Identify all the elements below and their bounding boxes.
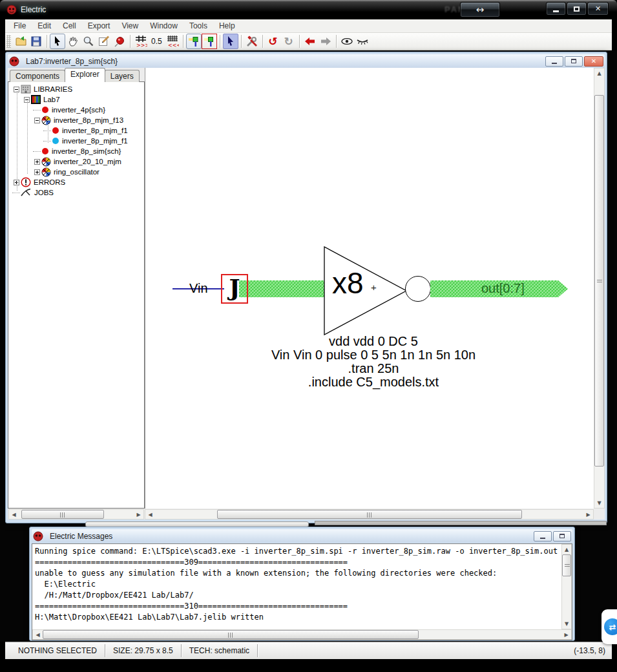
teamviewer-panel-icon[interactable]: ⇄: [601, 609, 617, 644]
scrollbar-thumb[interactable]: [217, 510, 522, 519]
forward-button[interactable]: [318, 34, 333, 49]
main-titlebar[interactable]: Electric PANDORA ↔ ✕: [0, 0, 617, 19]
preferences-button[interactable]: [244, 34, 260, 49]
panel-horizontal-scrollbar[interactable]: ◀ ▶: [8, 509, 144, 520]
tree-item-inverter-8p-mjm-f1[interactable]: inverter_8p_mjm_f1: [8, 136, 144, 146]
canvas-vertical-scrollbar[interactable]: ▲ ▼: [594, 68, 605, 509]
scroll-right-icon[interactable]: ▶: [134, 510, 143, 519]
menu-file[interactable]: File: [8, 20, 32, 32]
back-button[interactable]: [302, 34, 318, 49]
output-net-label[interactable]: out[0:7]: [481, 281, 525, 296]
grid-spacing-value: 0.5: [149, 34, 165, 49]
console-horizontal-scrollbar[interactable]: ◀ ▶: [32, 629, 572, 640]
frame-restore-button[interactable]: [565, 56, 583, 67]
pin-button[interactable]: [112, 34, 127, 49]
scrollbar-thumb[interactable]: [43, 630, 419, 639]
tree-item-inverter-20-10-mjm[interactable]: inverter_20_10_mjm: [8, 156, 144, 167]
console-line: ================================310=====…: [35, 601, 561, 612]
tree-item-libraries[interactable]: LIBRARIES: [8, 84, 144, 94]
menu-edit[interactable]: Edit: [32, 20, 57, 32]
menu-cell[interactable]: Cell: [57, 20, 82, 32]
checkout-button[interactable]: ↺: [266, 34, 281, 49]
scroll-down-icon[interactable]: ▼: [594, 498, 604, 508]
tree-item-ring-oscillator[interactable]: ring_oscillator: [8, 167, 144, 177]
tree-item-inverter-8p-mjm-f1[interactable]: inverter_8p_mjm_f1: [8, 125, 144, 136]
toggle-visibility-on-button[interactable]: [339, 34, 355, 49]
collapse-icon[interactable]: [12, 87, 20, 92]
menu-tools[interactable]: Tools: [183, 20, 213, 32]
port-export-button-a[interactable]: [186, 34, 202, 49]
highlighted-ripper[interactable]: J: [221, 274, 248, 304]
frame-close-button[interactable]: ✕: [584, 56, 603, 67]
schematic-canvas[interactable]: Vin J x8 + out[0:7] vdd vdd 0 DC: [145, 68, 594, 509]
tree-item-errors[interactable]: ERRORS: [8, 177, 144, 187]
spice-card-text[interactable]: vdd vdd 0 DC 5Vin Vin 0 pulse 0 5 5n 1n …: [180, 335, 567, 389]
toolbar-grip[interactable]: [6, 35, 11, 48]
save-library-button[interactable]: [28, 34, 44, 49]
tab-components[interactable]: Components: [10, 70, 65, 82]
library-building-icon: [21, 85, 31, 94]
toggle-visibility-off-button[interactable]: [355, 34, 370, 49]
scroll-right-icon[interactable]: ▶: [583, 510, 593, 519]
expand-icon[interactable]: [33, 169, 41, 175]
session-swap-button[interactable]: ↔: [460, 2, 500, 17]
menu-help[interactable]: Help: [213, 20, 241, 32]
menu-export[interactable]: Export: [82, 20, 116, 32]
tree-item-label: inverter_8p_sim{sch}: [52, 147, 121, 155]
menu-view[interactable]: View: [116, 20, 144, 32]
canvas-horizontal-scrollbar[interactable]: ◀ ▶: [145, 509, 594, 520]
objects-cursor-button[interactable]: [223, 34, 238, 49]
open-library-button[interactable]: [13, 34, 28, 49]
toolbar: >>> 0.5 <<<: [5, 33, 612, 50]
input-bus[interactable]: [239, 280, 326, 297]
scroll-right-icon[interactable]: ▶: [561, 630, 571, 639]
scroll-left-icon[interactable]: ◀: [9, 510, 19, 519]
grid-coarser-button[interactable]: >>>: [133, 34, 149, 49]
tree-item-inverter-8p-mjm-f13[interactable]: inverter_8p_mjm_f13: [8, 115, 144, 125]
frame-restore-button[interactable]: [553, 531, 571, 541]
electric-logo-icon: [6, 5, 17, 15]
expand-icon[interactable]: [12, 180, 20, 185]
frame-minimize-button[interactable]: [545, 56, 563, 67]
maximize-button[interactable]: [567, 2, 587, 16]
port-export-button-b[interactable]: [202, 34, 217, 49]
pan-mode-button[interactable]: [65, 34, 81, 49]
frame-minimize-button[interactable]: [534, 531, 552, 541]
tab-explorer[interactable]: Explorer: [65, 68, 105, 82]
tree-item-jobs[interactable]: JOBS: [8, 187, 144, 198]
library-books-icon: [31, 95, 41, 104]
cyan-dot-icon: [52, 137, 59, 145]
inverter-bubble[interactable]: [405, 276, 431, 302]
zoom-mode-button[interactable]: [81, 34, 96, 49]
scroll-left-icon[interactable]: ◀: [33, 630, 43, 639]
red-pin-icon: [114, 36, 125, 47]
red-cycle-icon: ↺: [269, 35, 278, 48]
menu-window[interactable]: Window: [144, 20, 183, 32]
explorer-window-titlebar[interactable]: Lab7:inverter_8p_sim{sch} ✕: [8, 54, 605, 68]
grid-finer-button[interactable]: <<<: [165, 34, 180, 49]
tree-item-inverter-8p-sim-sch[interactable]: inverter_8p_sim{sch}: [8, 146, 144, 156]
scrollbar-thumb[interactable]: [594, 95, 604, 467]
messages-window-titlebar[interactable]: Electric Messages: [32, 529, 572, 543]
scroll-up-icon[interactable]: ▲: [594, 68, 604, 78]
scroll-up-icon[interactable]: ▲: [562, 545, 571, 554]
tree-item-lab7[interactable]: Lab7: [8, 94, 144, 105]
tab-layers[interactable]: Layers: [105, 70, 140, 82]
expand-icon[interactable]: [33, 159, 41, 165]
collapse-icon[interactable]: [33, 118, 41, 123]
console-line: H:\Matt\Dropbox\EE421 Lab\Lab7\Lab7.jeli…: [35, 612, 561, 623]
scroll-down-icon[interactable]: ▼: [562, 619, 571, 629]
scrollbar-thumb[interactable]: [21, 510, 104, 519]
scrollbar-thumb[interactable]: [562, 554, 571, 576]
input-net-label[interactable]: Vin: [189, 281, 208, 296]
scroll-left-icon[interactable]: ◀: [145, 510, 155, 519]
console-vertical-scrollbar[interactable]: ▲ ▼: [561, 544, 572, 629]
tree-item-inverter-4p-sch[interactable]: inverter_4p{sch}: [8, 105, 144, 115]
collapse-icon[interactable]: [23, 97, 30, 103]
edit-cell-button[interactable]: [96, 34, 112, 49]
toolbar-separator: [183, 35, 183, 48]
close-button[interactable]: ✕: [587, 2, 609, 16]
select-mode-button[interactable]: [50, 34, 65, 49]
checkin-button[interactable]: ↻: [281, 34, 297, 49]
minimize-button[interactable]: [546, 2, 566, 16]
